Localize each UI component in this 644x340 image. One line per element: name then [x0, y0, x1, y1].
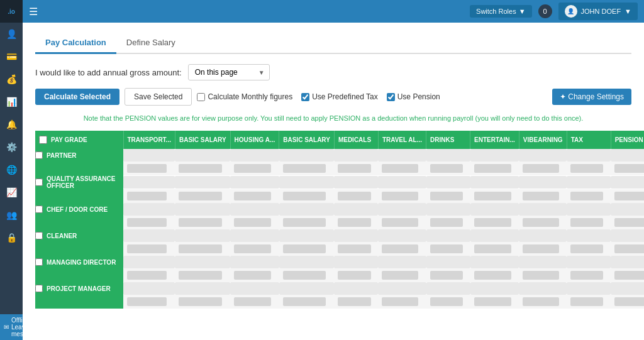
table-sub-cell	[334, 162, 378, 175]
table-cell	[123, 175, 175, 189]
col-tax: TAX	[567, 131, 611, 149]
sidebar-item-reports[interactable]: 📊	[0, 90, 23, 113]
table-cell	[519, 229, 567, 242]
row-checkbox[interactable]	[35, 206, 43, 213]
table-sub-cell	[567, 162, 611, 175]
table-sub-cell	[334, 216, 378, 229]
hamburger-icon[interactable]: ☰	[29, 6, 38, 18]
table-sub-cell	[519, 242, 567, 256]
table-sub-cell	[611, 216, 644, 229]
sidebar-item-users[interactable]: 👤	[0, 23, 23, 45]
table-sub-cell	[175, 162, 230, 175]
table-sub-cell	[123, 189, 175, 203]
table-cell	[426, 229, 470, 242]
table-sub-cell	[567, 216, 611, 229]
table-cell	[611, 175, 644, 189]
gross-amount-select[interactable]: On this page	[188, 64, 270, 80]
table-sub-cell	[519, 189, 567, 203]
table-cell	[611, 256, 644, 268]
sidebar-item-settings[interactable]: ⚙️	[0, 136, 23, 158]
table-cell	[426, 175, 470, 189]
table-cell	[279, 149, 335, 162]
col-medicals: MEDICALS	[334, 131, 378, 149]
predefined-tax-checkbox[interactable]	[301, 93, 309, 101]
table-sub-row	[35, 295, 644, 309]
table-sub-cell	[611, 242, 644, 256]
table-sub-cell	[279, 295, 335, 309]
pension-checkbox[interactable]	[387, 93, 395, 101]
table-header: PAY GRADE TRANSPORT... BASIC SALARY HOUS…	[35, 131, 644, 149]
switch-roles-button[interactable]: Switch Roles ▼	[470, 5, 531, 18]
col-pay-grade: PAY GRADE	[35, 131, 123, 149]
col-housing: HOUSING A...	[230, 131, 279, 149]
sidebar-item-analytics[interactable]: 📈	[0, 181, 23, 204]
offline-status[interactable]: ✉ Offline - Leave a message	[0, 314, 23, 340]
table-sub-row	[35, 189, 644, 203]
sidebar-item-notifications[interactable]: 🔔	[0, 113, 23, 136]
row-checkbox[interactable]	[35, 232, 43, 239]
table-cell	[175, 203, 230, 216]
table-sub-cell	[378, 295, 426, 309]
calculate-selected-button[interactable]: Calculate Selected	[35, 89, 119, 105]
table-cell	[334, 282, 378, 295]
table-cell	[378, 175, 426, 189]
table-sub-cell	[426, 162, 470, 175]
save-selected-button[interactable]: Save Selected	[125, 88, 192, 106]
calculate-monthly-checkbox[interactable]	[197, 93, 205, 101]
notification-badge[interactable]: 0	[538, 4, 552, 18]
user-menu-button[interactable]: 👤 JOHN DOEF ▼	[558, 3, 638, 20]
table-cell	[567, 149, 611, 162]
col-transport: TRANSPORT...	[123, 131, 175, 149]
table-sub-cell	[378, 216, 426, 229]
tab-define-salary[interactable]: Define Salary	[116, 33, 186, 54]
sidebar-item-globe[interactable]: 🌐	[0, 158, 23, 181]
tab-bar: Pay Calculation Define Salary	[35, 33, 631, 54]
table-sub-cell	[279, 189, 335, 203]
avatar: 👤	[565, 5, 577, 18]
table-cell	[230, 256, 279, 268]
table-cell	[334, 229, 378, 242]
table-cell	[470, 256, 519, 268]
table-cell	[334, 149, 378, 162]
sidebar-item-dashboard[interactable]: 💰	[0, 68, 23, 90]
col-pension: PENSION	[611, 131, 644, 149]
predefined-tax-checkbox-label[interactable]: Use Predefined Tax	[301, 92, 378, 101]
calculate-monthly-checkbox-label[interactable]: Calculate Monthly figures	[197, 92, 292, 101]
table-cell	[519, 256, 567, 268]
topnav: ☰ Switch Roles ▼ 0 👤 JOHN DOEF ▼	[23, 0, 644, 23]
user-name-label: JOHN DOEF	[581, 8, 621, 15]
table-sub-cell	[230, 295, 279, 309]
table-cell	[611, 203, 644, 216]
row-checkbox[interactable]	[35, 178, 43, 186]
table-sub-cell	[470, 162, 519, 175]
table-sub-cell	[230, 216, 279, 229]
table-sub-cell	[378, 162, 426, 175]
pension-checkbox-label[interactable]: Use Pension	[387, 92, 440, 101]
table-cell	[567, 256, 611, 268]
table-sub-cell	[470, 216, 519, 229]
tab-pay-calculation[interactable]: Pay Calculation	[35, 33, 116, 54]
table-cell	[519, 149, 567, 162]
table-cell	[519, 282, 567, 295]
row-checkbox[interactable]	[35, 258, 43, 266]
table-header-row: PAY GRADE TRANSPORT... BASIC SALARY HOUS…	[35, 131, 644, 149]
table-cell	[470, 282, 519, 295]
row-checkbox[interactable]	[35, 285, 43, 292]
table-sub-cell	[123, 295, 175, 309]
table-cell	[334, 203, 378, 216]
sidebar-item-team[interactable]: 👥	[0, 204, 23, 226]
table-cell	[175, 282, 230, 295]
user-chevron-icon: ▼	[625, 8, 631, 15]
sidebar: .io 👤 💳 💰 📊 🔔 ⚙️ 🌐 📈 👥 🔒 ✉ Offline - Lea…	[0, 0, 23, 340]
table-sub-cell	[334, 189, 378, 203]
select-all-checkbox[interactable]	[39, 136, 47, 144]
table-cell	[519, 175, 567, 189]
table-sub-cell	[230, 189, 279, 203]
sidebar-item-pay[interactable]: 💳	[0, 45, 23, 68]
table-cell	[230, 229, 279, 242]
row-checkbox[interactable]	[35, 151, 43, 159]
table-sub-cell	[611, 189, 644, 203]
row-label: CLEANER	[47, 233, 77, 239]
change-settings-button[interactable]: ✦ Change Settings	[552, 89, 631, 105]
sidebar-item-security[interactable]: 🔒	[0, 226, 23, 249]
